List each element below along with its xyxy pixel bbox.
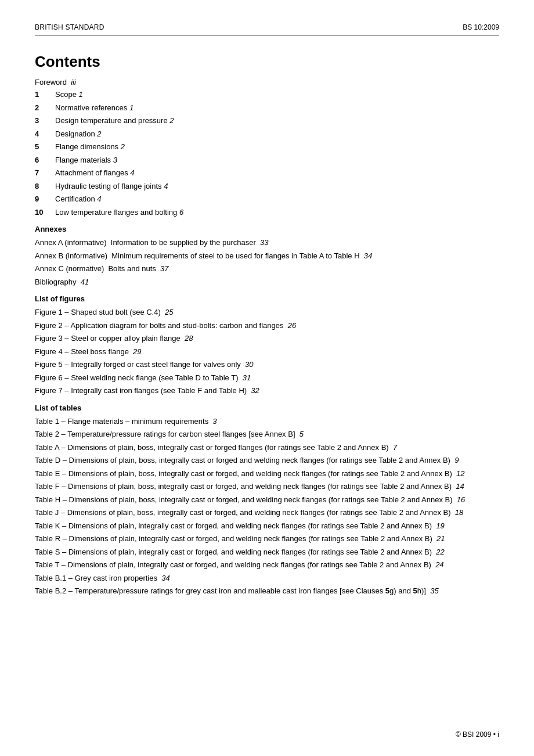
toc-number-10: 10 (35, 207, 55, 218)
toc-page-9: 4 (95, 195, 102, 203)
header-left-title: BRITISH STANDARD (35, 23, 104, 31)
table-d: Table D – Dimensions of plain, boss, int… (35, 455, 499, 466)
toc-item-5: 5 Flange dimensions 2 (35, 141, 499, 153)
table-h: Table H – Dimensions of plain, boss, int… (35, 494, 499, 506)
toc-item-3: 3 Design temperature and pressure 2 (35, 115, 499, 127)
figures-heading: List of figures (35, 294, 499, 303)
table-e: Table E – Dimensions of plain, boss, int… (35, 468, 499, 480)
annex-a: Annex A (informative) Information to be … (35, 237, 499, 249)
toc-page-2: 1 (127, 103, 134, 112)
annex-c: Annex C (normative) Bolts and nuts 37 (35, 263, 499, 275)
page: BRITISH STANDARD BS 10:2009 Contents For… (0, 0, 534, 756)
table-b1: Table B.1 – Grey cast iron properties 34 (35, 573, 499, 584)
footer-text: © BSI 2009 • i (456, 730, 499, 739)
toc-number-3: 3 (35, 115, 55, 127)
tables-heading: List of tables (35, 404, 499, 412)
toc-item-1: 1 Scope 1 (35, 89, 499, 100)
figure-7: Figure 7 – Integrally cast iron flanges … (35, 385, 499, 397)
toc-label-2: Normative references 1 (55, 102, 499, 114)
toc-label-4: Designation 2 (55, 128, 499, 140)
table-1: Table 1 – Flange materials – minimum req… (35, 416, 499, 427)
foreword-page: iii (71, 78, 76, 87)
annex-b: Annex B (informative) Minimum requiremen… (35, 250, 499, 262)
toc-page-8: 4 (162, 182, 168, 190)
figure-4: Figure 4 – Steel boss flange 29 (35, 346, 499, 358)
toc-label-9: Certification 4 (55, 193, 499, 205)
toc-item-7: 7 Attachment of flanges 4 (35, 167, 499, 179)
toc-label-7: Attachment of flanges 4 (55, 167, 499, 179)
toc-item-9: 9 Certification 4 (35, 193, 499, 205)
figure-2: Figure 2 – Application diagram for bolts… (35, 320, 499, 332)
table-k: Table K – Dimensions of plain, integrall… (35, 520, 499, 532)
toc-item-10: 10 Low temperature flanges and bolting 6 (35, 207, 499, 218)
table-t: Table T – Dimensions of plain, integrall… (35, 559, 499, 571)
toc-number-7: 7 (35, 167, 55, 179)
bibliography-item: Bibliography 41 (35, 276, 499, 288)
toc-label-6: Flange materials 3 (55, 154, 499, 166)
table-a: Table A – Dimensions of plain, boss, int… (35, 442, 499, 453)
toc-page-4: 2 (95, 129, 102, 138)
toc-number-6: 6 (35, 154, 55, 166)
figure-1: Figure 1 – Shaped stud bolt (see C.4) 25 (35, 307, 499, 318)
toc-page-5: 2 (118, 142, 125, 151)
header-right-title: BS 10:2009 (463, 23, 499, 31)
toc-label-10: Low temperature flanges and bolting 6 (55, 207, 499, 218)
toc-numbered-items: 1 Scope 1 2 Normative references 1 3 Des… (35, 89, 499, 218)
annexes-heading: Annexes (35, 225, 499, 233)
page-title: Contents (35, 53, 499, 71)
toc-item-2: 2 Normative references 1 (35, 102, 499, 114)
page-footer: © BSI 2009 • i (456, 730, 499, 739)
toc-label-3: Design temperature and pressure 2 (55, 115, 499, 127)
page-header: BRITISH STANDARD BS 10:2009 (35, 23, 499, 35)
toc-page-10: 6 (177, 208, 183, 217)
toc-item-8: 8 Hydraulic testing of flange joints 4 (35, 181, 499, 192)
figure-3: Figure 3 – Steel or copper alloy plain f… (35, 333, 499, 344)
toc-number-1: 1 (35, 89, 55, 100)
toc-page-6: 3 (111, 156, 117, 164)
toc-label-1: Scope 1 (55, 89, 499, 100)
toc-foreword: Foreword iii (35, 78, 499, 87)
toc-label-5: Flange dimensions 2 (55, 141, 499, 153)
table-s: Table S – Dimensions of plain, integrall… (35, 546, 499, 558)
toc-page-7: 4 (128, 168, 135, 177)
table-b2: Table B.2 – Temperature/pressure ratings… (35, 585, 499, 597)
table-j: Table J – Dimensions of plain, boss, int… (35, 507, 499, 519)
toc-number-2: 2 (35, 102, 55, 114)
foreword-label: Foreword (35, 78, 67, 87)
figure-5: Figure 5 – Integrally forged or cast ste… (35, 359, 499, 370)
toc-number-4: 4 (35, 128, 55, 140)
toc-item-6: 6 Flange materials 3 (35, 154, 499, 166)
table-f: Table F – Dimensions of plain, boss, int… (35, 481, 499, 492)
figure-6: Figure 6 – Steel welding neck flange (se… (35, 372, 499, 384)
toc-number-9: 9 (35, 193, 55, 205)
toc-number-5: 5 (35, 141, 55, 153)
toc-number-8: 8 (35, 181, 55, 192)
toc-page-3: 2 (168, 116, 174, 125)
toc-item-4: 4 Designation 2 (35, 128, 499, 140)
table-r: Table R – Dimensions of plain, integrall… (35, 533, 499, 545)
table-2: Table 2 – Temperature/pressure ratings f… (35, 429, 499, 440)
toc-label-8: Hydraulic testing of flange joints 4 (55, 181, 499, 192)
toc-page-1: 1 (77, 90, 83, 99)
